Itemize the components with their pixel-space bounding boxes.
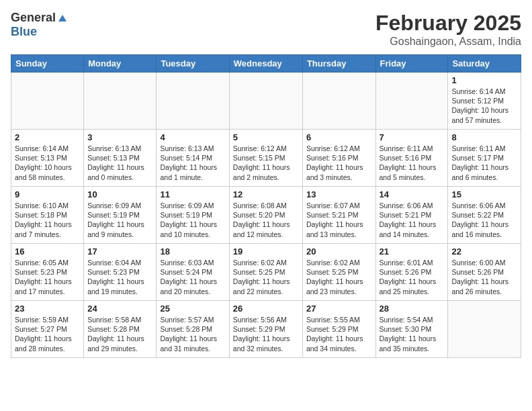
calendar-cell <box>229 73 302 130</box>
cell-day-number: 16 <box>15 246 80 257</box>
cell-day-number: 1 <box>451 75 517 85</box>
calendar-week-row: 1Sunrise: 6:14 AM Sunset: 5:12 PM Daylig… <box>11 73 521 130</box>
calendar-week-row: 16Sunrise: 6:05 AM Sunset: 5:23 PM Dayli… <box>11 244 521 301</box>
calendar-cell: 10Sunrise: 6:09 AM Sunset: 5:19 PM Dayli… <box>84 187 157 244</box>
cell-sun-info: Sunrise: 6:04 AM Sunset: 5:23 PM Dayligh… <box>87 258 152 296</box>
cell-day-number: 17 <box>87 246 152 257</box>
weekday-header: Friday <box>375 55 448 73</box>
cell-sun-info: Sunrise: 5:54 AM Sunset: 5:30 PM Dayligh… <box>380 315 445 353</box>
weekday-header: Sunday <box>11 55 84 73</box>
cell-sun-info: Sunrise: 6:03 AM Sunset: 5:24 PM Dayligh… <box>160 258 225 296</box>
cell-sun-info: Sunrise: 5:56 AM Sunset: 5:29 PM Dayligh… <box>233 315 299 353</box>
calendar-cell: 12Sunrise: 6:08 AM Sunset: 5:20 PM Dayli… <box>229 187 302 244</box>
calendar-cell: 22Sunrise: 6:00 AM Sunset: 5:26 PM Dayli… <box>448 244 521 301</box>
cell-sun-info: Sunrise: 6:13 AM Sunset: 5:13 PM Dayligh… <box>87 144 152 182</box>
weekday-header: Thursday <box>302 55 375 73</box>
calendar-cell: 11Sunrise: 6:09 AM Sunset: 5:19 PM Dayli… <box>157 187 229 244</box>
cell-day-number: 7 <box>380 132 445 142</box>
cell-day-number: 3 <box>87 132 152 142</box>
cell-day-number: 2 <box>15 132 80 142</box>
calendar-cell: 24Sunrise: 5:58 AM Sunset: 5:28 PM Dayli… <box>84 301 157 358</box>
calendar-cell: 19Sunrise: 6:02 AM Sunset: 5:25 PM Dayli… <box>229 244 302 301</box>
calendar-cell: 15Sunrise: 6:06 AM Sunset: 5:22 PM Dayli… <box>448 187 521 244</box>
calendar-week-row: 9Sunrise: 6:10 AM Sunset: 5:18 PM Daylig… <box>11 187 521 244</box>
cell-sun-info: Sunrise: 6:01 AM Sunset: 5:26 PM Dayligh… <box>380 258 445 296</box>
calendar-cell: 13Sunrise: 6:07 AM Sunset: 5:21 PM Dayli… <box>302 187 375 244</box>
cell-sun-info: Sunrise: 6:14 AM Sunset: 5:12 PM Dayligh… <box>451 87 517 125</box>
calendar-cell: 27Sunrise: 5:55 AM Sunset: 5:29 PM Dayli… <box>302 301 375 358</box>
cell-day-number: 4 <box>160 132 225 142</box>
cell-day-number: 22 <box>451 246 517 257</box>
calendar-cell: 16Sunrise: 6:05 AM Sunset: 5:23 PM Dayli… <box>11 244 84 301</box>
cell-sun-info: Sunrise: 6:05 AM Sunset: 5:23 PM Dayligh… <box>15 258 80 296</box>
cell-day-number: 14 <box>380 189 445 199</box>
calendar-cell <box>375 73 448 130</box>
calendar-cell: 14Sunrise: 6:06 AM Sunset: 5:21 PM Dayli… <box>375 187 448 244</box>
cell-sun-info: Sunrise: 6:12 AM Sunset: 5:15 PM Dayligh… <box>233 144 299 182</box>
calendar-cell: 1Sunrise: 6:14 AM Sunset: 5:12 PM Daylig… <box>448 73 521 130</box>
calendar-cell <box>84 73 157 130</box>
calendar-cell <box>448 301 521 358</box>
weekday-header: Tuesday <box>157 55 229 73</box>
cell-day-number: 6 <box>306 132 372 142</box>
calendar-header-row: SundayMondayTuesdayWednesdayThursdayFrid… <box>11 55 521 73</box>
cell-day-number: 23 <box>15 304 80 314</box>
cell-day-number: 26 <box>233 304 299 314</box>
cell-day-number: 9 <box>15 189 80 199</box>
calendar-cell: 20Sunrise: 6:02 AM Sunset: 5:25 PM Dayli… <box>302 244 375 301</box>
cell-day-number: 27 <box>306 304 372 314</box>
logo-triangle-icon <box>57 12 68 23</box>
cell-day-number: 12 <box>233 189 299 199</box>
cell-sun-info: Sunrise: 5:55 AM Sunset: 5:29 PM Dayligh… <box>306 315 372 353</box>
calendar-table: SundayMondayTuesdayWednesdayThursdayFrid… <box>11 54 521 358</box>
calendar-cell: 9Sunrise: 6:10 AM Sunset: 5:18 PM Daylig… <box>11 187 84 244</box>
month-title: February 2025 <box>375 11 521 36</box>
cell-sun-info: Sunrise: 6:08 AM Sunset: 5:20 PM Dayligh… <box>233 201 299 239</box>
calendar-cell: 28Sunrise: 5:54 AM Sunset: 5:30 PM Dayli… <box>375 301 448 358</box>
calendar-cell: 5Sunrise: 6:12 AM Sunset: 5:15 PM Daylig… <box>229 130 302 187</box>
cell-day-number: 15 <box>451 189 517 199</box>
cell-sun-info: Sunrise: 6:09 AM Sunset: 5:19 PM Dayligh… <box>87 201 152 239</box>
calendar-cell: 21Sunrise: 6:01 AM Sunset: 5:26 PM Dayli… <box>375 244 448 301</box>
calendar-cell: 7Sunrise: 6:11 AM Sunset: 5:16 PM Daylig… <box>375 130 448 187</box>
logo-general: General <box>11 11 56 25</box>
calendar-cell: 17Sunrise: 6:04 AM Sunset: 5:23 PM Dayli… <box>84 244 157 301</box>
location-title: Goshaingaon, Assam, India <box>375 36 521 48</box>
calendar-cell <box>302 73 375 130</box>
cell-sun-info: Sunrise: 6:14 AM Sunset: 5:13 PM Dayligh… <box>15 144 80 182</box>
calendar-cell: 25Sunrise: 5:57 AM Sunset: 5:28 PM Dayli… <box>157 301 229 358</box>
cell-day-number: 24 <box>87 304 152 314</box>
calendar-cell: 18Sunrise: 6:03 AM Sunset: 5:24 PM Dayli… <box>157 244 229 301</box>
calendar-cell: 23Sunrise: 5:59 AM Sunset: 5:27 PM Dayli… <box>11 301 84 358</box>
calendar-cell: 8Sunrise: 6:11 AM Sunset: 5:17 PM Daylig… <box>448 130 521 187</box>
calendar-cell: 2Sunrise: 6:14 AM Sunset: 5:13 PM Daylig… <box>11 130 84 187</box>
cell-day-number: 28 <box>380 304 445 314</box>
cell-day-number: 21 <box>380 246 445 257</box>
cell-sun-info: Sunrise: 6:13 AM Sunset: 5:14 PM Dayligh… <box>160 144 225 182</box>
cell-sun-info: Sunrise: 6:00 AM Sunset: 5:26 PM Dayligh… <box>451 258 517 296</box>
cell-sun-info: Sunrise: 6:07 AM Sunset: 5:21 PM Dayligh… <box>306 201 372 239</box>
cell-day-number: 11 <box>160 189 225 199</box>
page-header: General Blue February 2025 Goshaingaon, … <box>11 11 521 48</box>
cell-sun-info: Sunrise: 5:58 AM Sunset: 5:28 PM Dayligh… <box>87 315 152 353</box>
cell-sun-info: Sunrise: 6:06 AM Sunset: 5:21 PM Dayligh… <box>380 201 445 239</box>
weekday-header: Wednesday <box>229 55 302 73</box>
cell-day-number: 8 <box>451 132 517 142</box>
cell-sun-info: Sunrise: 6:11 AM Sunset: 5:16 PM Dayligh… <box>380 144 445 182</box>
cell-sun-info: Sunrise: 6:11 AM Sunset: 5:17 PM Dayligh… <box>451 144 517 182</box>
svg-marker-0 <box>58 15 66 21</box>
calendar-week-row: 2Sunrise: 6:14 AM Sunset: 5:13 PM Daylig… <box>11 130 521 187</box>
cell-sun-info: Sunrise: 6:10 AM Sunset: 5:18 PM Dayligh… <box>15 201 80 239</box>
logo: General Blue <box>11 11 68 39</box>
cell-day-number: 5 <box>233 132 299 142</box>
cell-day-number: 20 <box>306 246 372 257</box>
cell-sun-info: Sunrise: 6:02 AM Sunset: 5:25 PM Dayligh… <box>233 258 299 296</box>
cell-sun-info: Sunrise: 6:06 AM Sunset: 5:22 PM Dayligh… <box>451 201 517 239</box>
calendar-cell <box>157 73 229 130</box>
weekday-header: Monday <box>84 55 157 73</box>
cell-sun-info: Sunrise: 6:02 AM Sunset: 5:25 PM Dayligh… <box>306 258 372 296</box>
logo-blue: Blue <box>11 25 37 39</box>
cell-day-number: 18 <box>160 246 225 257</box>
title-block: February 2025 Goshaingaon, Assam, India <box>375 11 521 48</box>
calendar-cell: 26Sunrise: 5:56 AM Sunset: 5:29 PM Dayli… <box>229 301 302 358</box>
